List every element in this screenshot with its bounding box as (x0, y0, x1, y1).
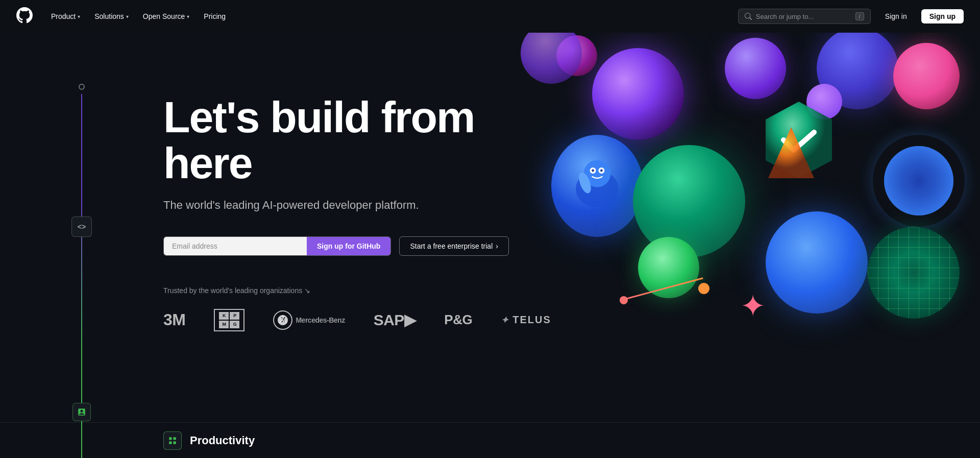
nav-product[interactable]: Product ▾ (45, 8, 86, 25)
logo-3m: 3M (163, 310, 185, 329)
logo-kpmg: K P M G (214, 309, 244, 331)
signup-button[interactable]: Sign up (921, 9, 964, 23)
nav-pricing[interactable]: Pricing (198, 8, 232, 25)
mercedes-star-icon (277, 314, 289, 326)
code-icon: <> (71, 216, 92, 237)
nav-items: Product ▾ Solutions ▾ Open Source ▾ Pric… (45, 8, 738, 25)
trusted-label: Trusted by the world's leading organizat… (163, 286, 939, 295)
hero-title: Let's build from here (163, 94, 551, 186)
search-placeholder-text: Search or jump to... (756, 13, 851, 20)
cta-row: Sign up for GitHub Start a free enterpri… (163, 236, 939, 256)
trusted-section: Trusted by the world's leading organizat… (163, 286, 939, 331)
productivity-section-icon (72, 403, 91, 421)
search-box[interactable]: Search or jump to... / (738, 9, 871, 24)
nav-solutions[interactable]: Solutions ▾ (88, 8, 135, 25)
timeline-circle (79, 84, 85, 90)
search-shortcut-badge: / (855, 12, 864, 20)
hero-subtitle: The world's leading AI-powered developer… (163, 199, 939, 212)
chevron-down-icon: ▾ (78, 14, 80, 19)
email-input[interactable] (164, 237, 307, 255)
logo-telus: ✦ TELUS (501, 314, 551, 326)
signin-button[interactable]: Sign in (879, 10, 913, 23)
email-signup-form: Sign up for GitHub (163, 236, 391, 256)
chevron-right-icon: › (496, 242, 498, 250)
hero-section: Let's build from here The world's leadin… (163, 33, 980, 458)
signup-github-button[interactable]: Sign up for GitHub (307, 237, 390, 255)
logo-mercedes-benz: Mercedes-Benz (273, 310, 345, 330)
search-icon (745, 13, 752, 20)
chevron-down-icon: ▾ (126, 14, 129, 19)
enterprise-trial-button[interactable]: Start a free enterprise trial › (399, 236, 509, 256)
main-content: <> Let's build from here The world's lea… (0, 33, 980, 458)
logo-pg: P&G (444, 312, 472, 328)
chevron-down-icon: ▾ (187, 14, 189, 19)
navbar: Product ▾ Solutions ▾ Open Source ▾ Pric… (0, 0, 980, 33)
timeline-sidebar: <> (0, 33, 163, 458)
logo-sap: SAP▶ (374, 311, 416, 329)
logos-row: 3M K P M G (163, 309, 939, 331)
nav-right: Search or jump to... / Sign in Sign up (738, 9, 964, 24)
github-logo[interactable] (16, 7, 33, 26)
nav-open-source[interactable]: Open Source ▾ (137, 8, 196, 25)
